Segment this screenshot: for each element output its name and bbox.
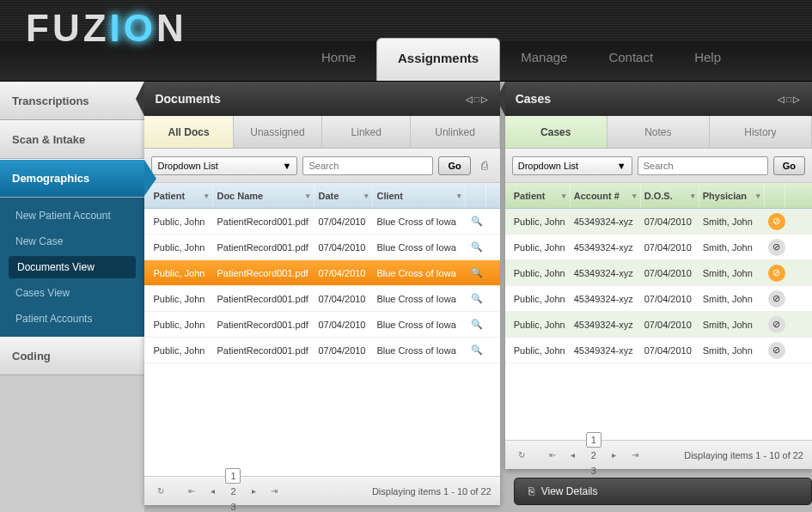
documents-table-header: Patient▾ Doc Name▾ Date▾ Client▾	[144, 183, 499, 209]
view-details-button[interactable]: ⎘ View Details	[514, 478, 812, 505]
sort-icon: ▾	[457, 192, 461, 200]
documents-title: Documents	[155, 92, 220, 106]
link-icon[interactable]: ⊘	[768, 213, 785, 230]
link-icon[interactable]: ⊘	[768, 316, 785, 333]
page-next-icon[interactable]: ▸	[607, 448, 622, 463]
magnify-icon[interactable]: 🔍	[469, 240, 485, 255]
page-number[interactable]: 3	[225, 499, 241, 513]
cases-tabs: CasesNotesHistory	[505, 116, 812, 149]
page-first-icon[interactable]: ⇤	[545, 448, 560, 463]
page-prev-icon[interactable]: ◂	[565, 448, 581, 463]
collapse-icon[interactable]: ◁□▷	[466, 94, 490, 104]
chevron-down-icon: ▼	[617, 161, 626, 171]
link-icon[interactable]: ⊘	[768, 239, 785, 256]
page-next-icon[interactable]: ▸	[246, 484, 261, 499]
documents-dropdown[interactable]: Dropdown List▼	[151, 156, 297, 175]
refresh-icon[interactable]: ↻	[153, 484, 168, 499]
cases-pager: ↻ ⇤ ◂ 123 ▸ ⇥ Displaying items 1 - 10 of…	[505, 440, 812, 469]
sidebar-item[interactable]: Documents View	[9, 256, 136, 278]
sort-icon: ▾	[562, 192, 566, 200]
page-number[interactable]: 2	[225, 484, 241, 499]
tab[interactable]: All Docs	[144, 116, 233, 148]
magnify-icon[interactable]: 🔍	[469, 265, 485, 281]
page-number[interactable]: 3	[586, 463, 601, 478]
cases-panel: Cases ◁□▷ CasesNotesHistory Dropdown Lis…	[505, 82, 812, 469]
cases-search-input[interactable]	[638, 156, 768, 175]
collapse-icon[interactable]: ◁□▷	[778, 94, 802, 104]
tab[interactable]: History	[710, 116, 812, 148]
tab[interactable]: Linked	[322, 116, 411, 148]
documents-go-button[interactable]: Go	[438, 156, 470, 175]
nav-help[interactable]: Help	[674, 38, 742, 81]
table-row[interactable]: Public, John45349324-xyz07/04/2010Smith,…	[505, 338, 812, 363]
refresh-icon[interactable]: ↻	[514, 448, 529, 463]
page-number[interactable]: 1	[225, 468, 241, 484]
sort-icon: ▾	[756, 192, 760, 200]
page-number[interactable]: 1	[586, 432, 601, 448]
sidebar-item[interactable]: New Case	[0, 229, 144, 254]
col-docname[interactable]: Doc Name▾	[213, 183, 314, 208]
table-row[interactable]: Public, JohnPatientRecord001.pdf07/04/20…	[144, 260, 499, 286]
col-patient[interactable]: Patient▾	[510, 183, 571, 208]
documents-panel: Documents ◁□▷ All DocsUnassignedLinkedUn…	[144, 82, 499, 505]
documents-search-input[interactable]	[302, 156, 433, 175]
chevron-down-icon: ▼	[283, 161, 292, 171]
cases-title: Cases	[516, 92, 551, 106]
sidebar-item[interactable]: Patient Accounts	[0, 306, 144, 332]
page-prev-icon[interactable]: ◂	[205, 484, 220, 499]
page-first-icon[interactable]: ⇤	[184, 484, 199, 499]
documents-panel-header: Documents ◁□▷	[144, 82, 499, 116]
table-row[interactable]: Public, JohnPatientRecord001.pdf07/04/20…	[144, 209, 499, 235]
table-row[interactable]: Public, JohnPatientRecord001.pdf07/04/20…	[144, 235, 499, 260]
cases-panel-header: Cases ◁□▷	[505, 82, 812, 116]
magnify-icon[interactable]: 🔍	[469, 317, 485, 332]
documents-pager: ↻ ⇤ ◂ 123 ▸ ⇥ Displaying items 1 - 10 of…	[144, 476, 499, 505]
tab[interactable]: Unlinked	[411, 116, 499, 148]
tab[interactable]: Unassigned	[234, 116, 322, 148]
app-header: FUZION HomeAssignmentsManageContactHelp	[0, 0, 812, 82]
nav-manage[interactable]: Manage	[500, 38, 588, 81]
sidebar-item[interactable]: New Patient Account	[0, 203, 144, 229]
link-icon[interactable]: ⊘	[768, 290, 785, 308]
link-icon[interactable]: ⊘	[768, 342, 785, 359]
col-dos[interactable]: D.O.S.▾	[641, 183, 699, 208]
table-row[interactable]: Public, John45349324-xyz07/04/2010Smith,…	[505, 260, 812, 286]
link-icon[interactable]: ⊘	[768, 265, 785, 282]
tool-icon[interactable]: ⎙	[476, 157, 493, 174]
cases-table-header: Patient▾ Account #▾ D.O.S.▾ Physician▾	[505, 183, 812, 209]
col-client[interactable]: Client▾	[373, 183, 466, 208]
magnify-icon[interactable]: 🔍	[469, 291, 485, 307]
table-row[interactable]: Public, JohnPatientRecord001.pdf07/04/20…	[144, 312, 499, 338]
magnify-icon[interactable]: 🔍	[469, 343, 485, 358]
table-row[interactable]: Public, John45349324-xyz07/04/2010Smith,…	[505, 235, 812, 260]
cases-go-button[interactable]: Go	[773, 156, 805, 175]
sidebar-section-scan-intake[interactable]: Scan & Intake	[0, 120, 144, 159]
sidebar-section-transcriptions[interactable]: Transcriptions	[0, 82, 144, 120]
table-row[interactable]: Public, John45349324-xyz07/04/2010Smith,…	[505, 312, 812, 338]
sidebar-item[interactable]: Cases View	[0, 280, 144, 306]
table-row[interactable]: Public, JohnPatientRecord001.pdf07/04/20…	[144, 286, 499, 312]
sidebar-section-demographics[interactable]: Demographics	[0, 159, 144, 198]
table-row[interactable]: Public, John45349324-xyz07/04/2010Smith,…	[505, 209, 812, 235]
table-row[interactable]: Public, JohnPatientRecord001.pdf07/04/20…	[144, 338, 499, 363]
nav-contact[interactable]: Contact	[588, 38, 674, 81]
magnify-icon[interactable]: 🔍	[469, 214, 485, 229]
nav-assignments[interactable]: Assignments	[376, 38, 500, 81]
tab[interactable]: Cases	[505, 116, 607, 148]
page-last-icon[interactable]: ⇥	[266, 484, 282, 499]
page-last-icon[interactable]: ⇥	[627, 448, 643, 463]
top-nav: HomeAssignmentsManageContactHelp	[301, 38, 742, 81]
cases-dropdown[interactable]: Dropdown List▼	[512, 156, 632, 175]
sort-icon: ▾	[691, 192, 695, 200]
page-number[interactable]: 2	[586, 448, 601, 463]
col-physician[interactable]: Physician▾	[699, 183, 765, 208]
col-date[interactable]: Date▾	[314, 183, 373, 208]
col-account[interactable]: Account #▾	[571, 183, 641, 208]
col-patient[interactable]: Patient▾	[150, 183, 213, 208]
table-row[interactable]: Public, John45349324-xyz07/04/2010Smith,…	[505, 286, 812, 312]
tab[interactable]: Notes	[607, 116, 710, 148]
nav-home[interactable]: Home	[301, 38, 376, 81]
sidebar-section-coding[interactable]: Coding	[0, 337, 144, 375]
details-icon: ⎘	[528, 485, 534, 497]
pager-status: Displaying items 1 - 10 of 22	[372, 486, 491, 497]
